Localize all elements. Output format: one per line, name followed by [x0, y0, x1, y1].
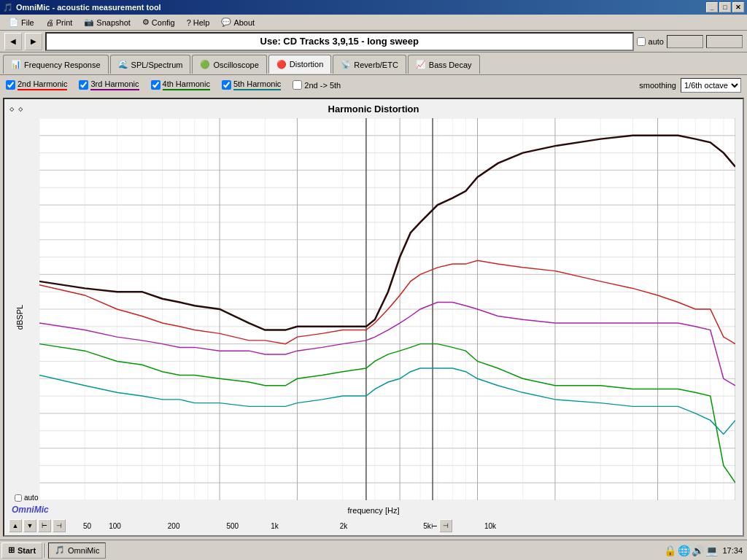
harmonic-3rd-label: 3rd Harmonic — [90, 79, 139, 90]
maximize-button[interactable]: □ — [719, 2, 731, 12]
chart-icon-1[interactable]: ⬦ — [9, 102, 15, 114]
harmonic-4th-label: 4th Harmonic — [163, 79, 210, 90]
taskbar-clock: 17:34 — [722, 546, 743, 555]
harmonic-4th-check[interactable]: 4th Harmonic — [151, 79, 210, 90]
snapshot-icon: 📷 — [84, 18, 94, 27]
use-label: Use: CD Tracks 3,9,15 - long sweep — [45, 32, 634, 51]
smoothing-label: smoothing — [639, 81, 676, 90]
help-icon: ? — [187, 18, 191, 27]
taskbar-omnimic[interactable]: 🎵 OmniMic — [48, 542, 106, 559]
minimize-button[interactable]: _ — [706, 2, 718, 12]
smoothing-select[interactable]: 1/6th octave 1/3rd octave 1 octave None — [681, 78, 741, 93]
auto-label: auto — [649, 37, 664, 46]
dist-tab-icon: 🔴 — [276, 60, 287, 69]
harmonic-2nd-5th-label: 2nd -> 5th — [304, 81, 341, 90]
harmonic-3rd-checkbox[interactable] — [79, 80, 88, 90]
chart-auto-area: auto — [15, 494, 38, 502]
start-button[interactable]: ⊞ Start — [1, 542, 42, 559]
harmonic-5th-checkbox[interactable] — [222, 80, 231, 90]
harmonic-row: 2nd Harmonic 3rd Harmonic 4th Harmonic 5… — [0, 74, 747, 95]
toolbar-btn-2[interactable]: ▶ — [25, 33, 42, 50]
menu-snapshot[interactable]: 📷 Snapshot — [78, 16, 136, 28]
menu-about[interactable]: 💬 About — [215, 16, 260, 28]
freq-tab-icon: 📊 — [11, 60, 21, 69]
nav-left-shrink-btn[interactable]: ⊢ — [38, 519, 51, 532]
nav-right-expand-btn[interactable]: ⊣ — [53, 519, 66, 532]
tab-spl-spectrum[interactable]: 🌊 SPL/Spectrum — [110, 55, 191, 74]
nav-right-btn[interactable]: ⊣ — [439, 519, 452, 532]
taskbar: ⊞ Start 🎵 OmniMic 🔒 🌐 🔊 💻 17:34 — [0, 540, 747, 560]
reverb-tab-icon: 📡 — [341, 60, 351, 69]
tab-reverb[interactable]: 📡 Reverb/ETC — [333, 55, 406, 74]
y-axis-label: dBSPL — [15, 305, 24, 330]
harmonic-2nd-5th-checkbox[interactable] — [293, 80, 302, 90]
range-min[interactable] — [667, 35, 703, 48]
tab-bass-decay[interactable]: 📈 Bass Decay — [408, 55, 480, 74]
freq-10k-label: 10k — [484, 522, 496, 530]
auto-checkbox[interactable] — [637, 37, 646, 46]
freq-low-label: 50 — [83, 522, 91, 530]
taskbar-app-icon: 🎵 — [55, 545, 65, 555]
taskbar-separator — [44, 543, 46, 558]
title-bar-text: OmniMic - acoustic measurement tool — [16, 3, 161, 12]
tab-oscilloscope[interactable]: 🟢 Oscilloscope — [192, 55, 266, 74]
chart-top-icons: ⬦ ⬦ — [9, 102, 23, 114]
range-max[interactable] — [706, 35, 743, 48]
x-axis-label: frequency [Hz] — [348, 506, 400, 515]
chart-nav-bottom: ▲ ▼ ⊢ ⊣ 50 100 200 500 1k 2k 5k⊢ ⊣ 10k — [9, 519, 496, 532]
freq-1k-label: 1k — [271, 522, 279, 530]
tab-frequency-response[interactable]: 📊 Frequency Response — [3, 55, 109, 74]
osc-tab-icon: 🟢 — [200, 60, 210, 69]
bass-tab-icon: 📈 — [416, 60, 426, 69]
menu-bar: 📄 File 🖨 Print 📷 Snapshot ⚙ Config ? Hel… — [0, 15, 747, 31]
freq-200-label: 200 — [168, 522, 180, 530]
toolbar: ◀ ▶ Use: CD Tracks 3,9,15 - long sweep a… — [0, 31, 747, 52]
menu-print[interactable]: 🖨 Print — [40, 17, 79, 28]
print-icon: 🖨 — [46, 18, 54, 27]
freq-5k-label: 5k⊢ — [423, 522, 438, 530]
chart-title: Harmonic Distortion — [4, 99, 743, 114]
nav-down-btn[interactable]: ▼ — [23, 519, 36, 532]
harmonic-2nd-check[interactable]: 2nd Harmonic — [6, 79, 67, 90]
tray-icon-2: 🌐 — [678, 545, 690, 556]
harmonic-5th-label: 5th Harmonic — [233, 79, 281, 90]
harmonic-2nd-checkbox[interactable] — [6, 80, 15, 90]
smoothing-area: smoothing 1/6th octave 1/3rd octave 1 oc… — [639, 78, 741, 93]
harmonic-5th-check[interactable]: 5th Harmonic — [222, 79, 281, 90]
menu-help[interactable]: ? Help — [181, 17, 216, 28]
omnimic-watermark: OmniMic — [12, 505, 49, 515]
menu-file[interactable]: 📄 File — [3, 16, 40, 28]
chart-container: ⬦ ⬦ Harmonic Distortion 1051009590858075… — [3, 98, 744, 537]
file-icon: 📄 — [9, 18, 19, 27]
harmonic-3rd-check[interactable]: 3rd Harmonic — [79, 79, 139, 90]
chart-icon-2[interactable]: ⬦ — [18, 102, 23, 114]
close-button[interactable]: ✕ — [732, 2, 744, 12]
chart-svg: 1051009590858075706560555045403530252015… — [39, 118, 735, 500]
tray-icon-3: 🔊 — [692, 545, 704, 556]
windows-icon: ⊞ — [8, 545, 15, 555]
toolbar-btn-1[interactable]: ◀ — [4, 33, 22, 50]
title-bar: 🎵 OmniMic - acoustic measurement tool _ … — [0, 0, 747, 15]
nav-up-btn[interactable]: ▲ — [9, 519, 22, 532]
tab-bar: 📊 Frequency Response 🌊 SPL/Spectrum 🟢 Os… — [0, 52, 747, 74]
freq-100-label: 100 — [109, 522, 121, 530]
harmonic-2nd-label: 2nd Harmonic — [18, 79, 67, 90]
harmonic-2nd-5th-check[interactable]: 2nd -> 5th — [293, 80, 341, 90]
about-icon: 💬 — [221, 18, 231, 27]
chart-auto-checkbox[interactable] — [15, 494, 22, 502]
tray-icon-4: 💻 — [705, 545, 718, 556]
menu-config[interactable]: ⚙ Config — [136, 16, 181, 28]
tray-icons: 🔒 🌐 🔊 💻 — [664, 545, 718, 556]
tab-distortion[interactable]: 🔴 Distortion — [268, 55, 331, 74]
app-icon: 🎵 — [3, 3, 13, 12]
chart-auto-label: auto — [24, 494, 38, 502]
freq-2k-label: 2k — [340, 522, 348, 530]
tray-icon-1: 🔒 — [664, 545, 676, 556]
freq-500-label: 500 — [227, 522, 239, 530]
harmonic-4th-checkbox[interactable] — [151, 80, 160, 90]
config-icon: ⚙ — [142, 18, 150, 27]
spl-tab-icon: 🌊 — [118, 60, 128, 69]
